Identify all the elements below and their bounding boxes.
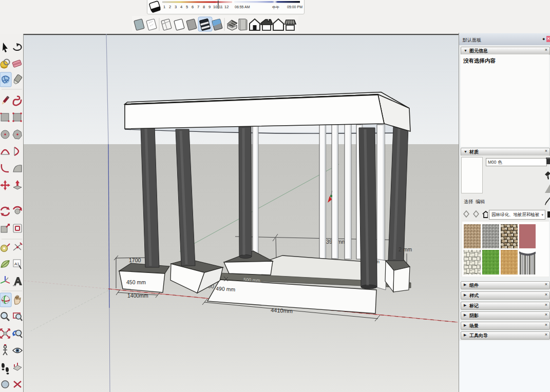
svg-text:490 mm: 490 mm	[216, 285, 236, 292]
svg-text:450 mm: 450 mm	[126, 279, 146, 285]
svg-text:4410mm: 4410mm	[271, 307, 293, 314]
svg-text:2 mm: 2 mm	[399, 246, 412, 252]
svg-text:1400mm: 1400mm	[127, 292, 148, 299]
svg-text:1700: 1700	[129, 257, 141, 263]
